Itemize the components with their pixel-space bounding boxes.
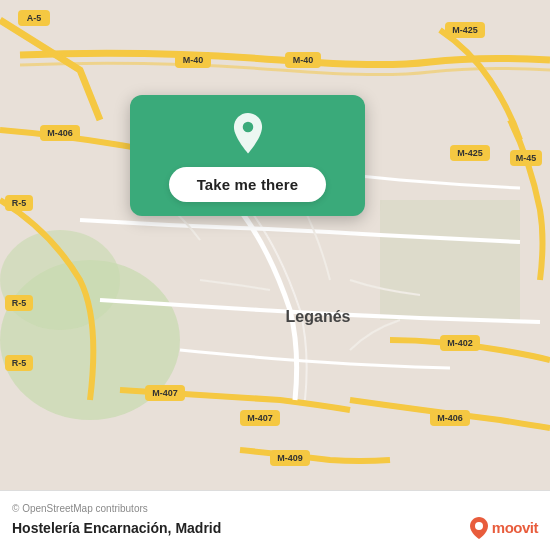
svg-rect-3: [380, 200, 520, 320]
svg-point-36: [475, 522, 483, 530]
svg-text:R-5: R-5: [12, 358, 27, 368]
location-popup: Take me there: [130, 95, 365, 216]
svg-text:M-425: M-425: [457, 148, 483, 158]
moovit-logo: moovit: [470, 517, 538, 539]
svg-text:A-5: A-5: [27, 13, 42, 23]
location-pin-icon: [226, 113, 270, 157]
svg-point-2: [0, 230, 120, 330]
svg-text:M-406: M-406: [437, 413, 463, 423]
svg-text:R-5: R-5: [12, 198, 27, 208]
svg-text:M-45: M-45: [516, 153, 537, 163]
moovit-pin-icon: [470, 517, 488, 539]
map-view[interactable]: M-40 M-40 A-5 M-406 R-5 R-5 R-5 M-425 M-…: [0, 0, 550, 490]
map-attribution: © OpenStreetMap contributors: [12, 503, 538, 514]
svg-text:M-40: M-40: [183, 55, 204, 65]
svg-text:M-409: M-409: [277, 453, 303, 463]
moovit-label: moovit: [492, 519, 538, 536]
location-name: Hostelería Encarnación, Madrid: [12, 520, 221, 536]
svg-text:Leganés: Leganés: [286, 308, 351, 325]
svg-text:M-402: M-402: [447, 338, 473, 348]
svg-text:M-407: M-407: [152, 388, 178, 398]
svg-text:M-425: M-425: [452, 25, 478, 35]
svg-point-35: [242, 122, 253, 133]
svg-text:R-5: R-5: [12, 298, 27, 308]
bottom-bar: © OpenStreetMap contributors Hostelería …: [0, 490, 550, 550]
take-me-there-button[interactable]: Take me there: [169, 167, 327, 202]
svg-text:M-40: M-40: [293, 55, 314, 65]
svg-text:M-406: M-406: [47, 128, 73, 138]
svg-text:M-407: M-407: [247, 413, 273, 423]
